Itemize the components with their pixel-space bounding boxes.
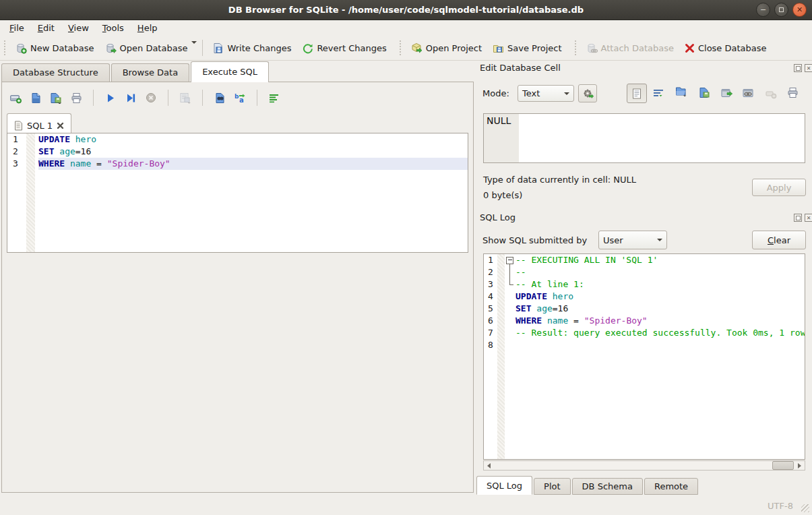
sql-document-tab[interactable]: SQL 1 (7, 113, 71, 133)
close-database-label: Close Database (698, 43, 767, 53)
minimize-button[interactable]: − (756, 3, 770, 17)
close-dock-icon[interactable]: ✕ (805, 214, 812, 222)
open-in-app-button[interactable] (720, 86, 735, 100)
maximize-button[interactable] (774, 3, 788, 17)
cell-value-editor[interactable]: NULL (483, 113, 805, 163)
execute-all-button[interactable] (103, 90, 118, 105)
mode-select[interactable]: Text (518, 85, 574, 102)
cell-size-text: 0 byte(s) (483, 190, 522, 200)
close-sql-tab-icon[interactable] (57, 122, 64, 129)
save-project-button[interactable]: Save Project (487, 39, 567, 57)
sql-log-view[interactable]: 1-- EXECUTING ALL IN 'SQL 1'2--3-- At li… (483, 253, 805, 460)
encoding-indicator[interactable]: UTF-8 (768, 501, 793, 511)
code-line: 3-- At line 1: (484, 278, 805, 291)
text-mode-toggle[interactable] (627, 84, 647, 103)
close-database-button[interactable]: Close Database (679, 40, 772, 57)
open-database-button[interactable]: Open Database (100, 39, 193, 57)
line-number: 7 (484, 327, 497, 339)
open-project-button[interactable]: Open Project (406, 39, 487, 57)
scrollbar-thumb[interactable] (772, 461, 794, 470)
fold-line (505, 278, 514, 291)
toolbar-handle[interactable] (3, 40, 8, 55)
auto-switch-mode-button[interactable] (578, 84, 597, 102)
open-database-icon (105, 42, 117, 54)
clear-log-button[interactable]: Clear (752, 231, 806, 249)
resize-grip-icon[interactable] (801, 504, 809, 512)
tab-browse-data[interactable]: Browse Data (111, 63, 190, 82)
open-database-label: Open Database (120, 43, 188, 53)
execute-line-button[interactable] (123, 90, 138, 105)
stop-button[interactable] (144, 90, 158, 105)
word-wrap-button[interactable] (651, 86, 666, 100)
attach-database-button[interactable]: Attach Database (581, 39, 679, 57)
new-sql-tab-button[interactable] (8, 90, 23, 105)
write-changes-label: Write Changes (227, 43, 291, 53)
log-filter-value: User (603, 235, 623, 245)
editor-toolbar-separator (257, 90, 257, 106)
apply-button[interactable]: Apply (752, 179, 806, 196)
close-button[interactable]: ✕ (792, 3, 807, 17)
find-button[interactable] (212, 90, 227, 105)
scroll-left-arrow[interactable] (484, 461, 494, 470)
print-button[interactable] (69, 90, 84, 105)
sql-editor[interactable]: 1UPDATE hero2SET age=163WHERE name = "Sp… (7, 133, 468, 253)
export-cell-data-button[interactable] (697, 85, 712, 100)
new-database-button[interactable]: New Database (10, 39, 100, 57)
tab-database-structure[interactable]: Database Structure (1, 63, 110, 82)
menu-view[interactable]: View (61, 21, 96, 35)
dock-tab-bar: SQL Log Plot DB Schema Remote (476, 476, 699, 495)
float-dock-icon[interactable] (794, 214, 802, 222)
open-project-icon (411, 42, 423, 54)
set-null-button[interactable] (763, 87, 778, 102)
print-cell-button[interactable] (785, 85, 800, 100)
mode-value: Text (522, 88, 540, 98)
main-tab-bar: Database Structure Browse Data Execute S… (1, 62, 270, 82)
titlebar: DB Browser for SQLite - /home/user/code/… (0, 0, 812, 20)
syntax-check-icon: b a (234, 92, 247, 104)
open-database-menu-caret[interactable] (191, 41, 197, 44)
fold-marker-icon[interactable] (505, 254, 514, 266)
tab-plot[interactable]: Plot (534, 478, 571, 495)
save-sql-file-button[interactable] (49, 90, 63, 105)
format-sql-button[interactable] (267, 90, 282, 105)
write-changes-button[interactable]: Write Changes (207, 39, 296, 57)
tab-db-schema[interactable]: DB Schema (572, 478, 643, 495)
word-wrap-icon (653, 88, 664, 98)
tab-execute-sql[interactable]: Execute SQL (191, 61, 269, 82)
close-dock-icon[interactable]: ✕ (805, 64, 812, 72)
tab-sql-log[interactable]: SQL Log (476, 476, 532, 495)
print-icon (71, 92, 82, 104)
float-dock-icon[interactable] (794, 64, 802, 72)
code-line: 5SET age=16 (484, 303, 805, 315)
toolbar-handle[interactable] (574, 40, 579, 55)
menu-tools[interactable]: Tools (96, 21, 131, 35)
scroll-right-arrow[interactable] (794, 461, 805, 470)
link-icon (743, 88, 755, 98)
syntax-check-button[interactable]: b a (232, 90, 247, 105)
line-number: 2 (7, 146, 26, 158)
revert-changes-button[interactable]: Revert Changes (296, 39, 392, 57)
cell-value: NULL (487, 115, 511, 126)
import-cell-data-button[interactable] (674, 84, 689, 99)
save-results-icon (179, 92, 192, 104)
save-sql-file-icon (50, 92, 63, 104)
revert-changes-icon (302, 42, 313, 54)
log-horizontal-scrollbar[interactable] (483, 460, 805, 471)
menu-edit[interactable]: Edit (31, 21, 61, 35)
menu-file[interactable]: File (3, 21, 31, 35)
menu-help[interactable]: Help (131, 21, 164, 35)
main-toolbar: New Database Open Database Write Changes… (0, 36, 812, 61)
copy-link-button[interactable] (741, 86, 756, 100)
attach-database-label: Attach Database (601, 43, 674, 53)
open-project-label: Open Project (426, 43, 482, 53)
open-sql-file-button[interactable] (28, 90, 43, 105)
tab-remote[interactable]: Remote (644, 478, 698, 495)
open-file-icon (675, 86, 688, 98)
log-filter-select[interactable]: User (598, 231, 667, 249)
toolbar-handle[interactable] (399, 40, 404, 55)
new-sql-tab-icon (9, 92, 22, 104)
line-number: 3 (484, 278, 497, 291)
save-results-button[interactable] (178, 90, 193, 105)
mode-label: Mode: (482, 88, 509, 98)
print-icon (787, 87, 799, 98)
